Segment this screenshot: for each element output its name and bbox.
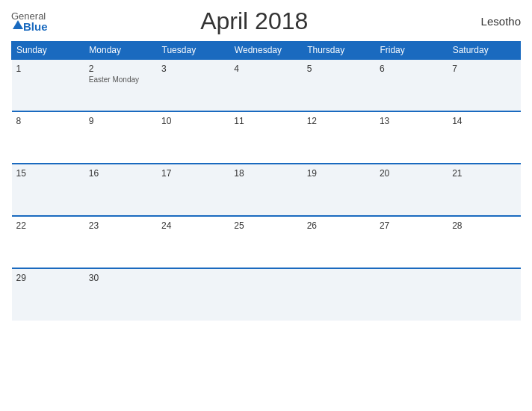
day-number: 1 xyxy=(16,64,80,74)
day-number: 24 xyxy=(161,220,225,231)
day-number: 29 xyxy=(16,273,80,283)
country-label: Lesotho xyxy=(461,15,521,28)
day-number: 25 xyxy=(234,220,297,231)
calendar-cell xyxy=(303,268,375,321)
day-number: 14 xyxy=(452,116,516,126)
calendar-cell: 17 xyxy=(157,164,229,216)
day-number: 20 xyxy=(380,168,443,179)
day-number: 12 xyxy=(307,116,371,126)
day-number: 22 xyxy=(16,220,80,231)
calendar-cell: 19 xyxy=(303,164,375,216)
calendar-title: April 2018 xyxy=(48,7,461,35)
calendar-cell xyxy=(375,268,448,321)
day-number: 2 xyxy=(89,64,152,74)
day-number: 9 xyxy=(89,116,152,126)
logo-general-text: General xyxy=(11,11,46,21)
calendar-cell: 16 xyxy=(84,164,157,216)
calendar-week-row: 12Easter Monday34567 xyxy=(12,59,521,111)
day-number: 10 xyxy=(161,116,225,126)
day-number: 7 xyxy=(452,64,516,74)
calendar-cell: 2Easter Monday xyxy=(84,59,157,111)
calendar-cell: 21 xyxy=(448,164,520,216)
day-number: 26 xyxy=(307,220,371,231)
day-number: 28 xyxy=(452,220,516,231)
day-number: 8 xyxy=(16,116,80,126)
calendar-cell: 23 xyxy=(84,216,157,268)
calendar-cell: 4 xyxy=(229,59,302,111)
day-number: 30 xyxy=(89,273,152,283)
calendar-cell xyxy=(157,268,229,321)
calendar-cell: 8 xyxy=(12,111,84,164)
calendar-cell: 25 xyxy=(229,216,302,268)
day-number: 13 xyxy=(380,116,443,126)
day-number: 3 xyxy=(161,64,225,74)
day-number: 5 xyxy=(307,64,371,74)
logo-triangle-icon xyxy=(13,20,23,29)
calendar-cell: 28 xyxy=(448,216,520,268)
calendar-week-row: 22232425262728 xyxy=(12,216,521,268)
calendar-header-row: Sunday Monday Tuesday Wednesday Thursday… xyxy=(12,42,521,60)
day-number: 6 xyxy=(380,64,443,74)
header-tuesday: Tuesday xyxy=(157,42,229,60)
calendar-week-row: 15161718192021 xyxy=(12,164,521,216)
calendar-cell: 27 xyxy=(375,216,448,268)
day-number: 18 xyxy=(234,168,297,179)
calendar-cell: 18 xyxy=(229,164,302,216)
page: General Blue April 2018 Lesotho Sunday M… xyxy=(0,0,532,411)
calendar-cell: 7 xyxy=(448,59,520,111)
day-number: 11 xyxy=(234,116,297,126)
day-number: 17 xyxy=(161,168,225,179)
calendar-table: Sunday Monday Tuesday Wednesday Thursday… xyxy=(11,41,521,321)
calendar-week-row: 2930 xyxy=(12,268,521,321)
calendar-cell xyxy=(229,268,302,321)
calendar-cell: 3 xyxy=(157,59,229,111)
day-number: 15 xyxy=(16,168,80,179)
header-friday: Friday xyxy=(375,42,448,60)
calendar-cell: 12 xyxy=(303,111,375,164)
calendar-cell: 15 xyxy=(12,164,84,216)
calendar-cell: 30 xyxy=(84,268,157,321)
day-number: 21 xyxy=(452,168,516,179)
calendar-cell: 22 xyxy=(12,216,84,268)
logo: General Blue xyxy=(11,11,48,32)
header-saturday: Saturday xyxy=(448,42,520,60)
logo-blue-text: Blue xyxy=(11,21,48,32)
calendar-cell: 20 xyxy=(375,164,448,216)
calendar-cell: 1 xyxy=(12,59,84,111)
holiday-label: Easter Monday xyxy=(89,75,152,84)
day-number: 23 xyxy=(89,220,152,231)
calendar-cell: 29 xyxy=(12,268,84,321)
calendar-cell: 5 xyxy=(303,59,375,111)
calendar-cell: 14 xyxy=(448,111,520,164)
calendar-cell: 10 xyxy=(157,111,229,164)
calendar-cell: 24 xyxy=(157,216,229,268)
day-number: 4 xyxy=(234,64,297,74)
header-monday: Monday xyxy=(84,42,157,60)
calendar-cell: 13 xyxy=(375,111,448,164)
day-number: 16 xyxy=(89,168,152,179)
calendar-cell: 26 xyxy=(303,216,375,268)
header: General Blue April 2018 Lesotho xyxy=(11,7,521,35)
day-number: 27 xyxy=(380,220,443,231)
calendar-cell: 6 xyxy=(375,59,448,111)
calendar-cell xyxy=(448,268,520,321)
day-number: 19 xyxy=(307,168,371,179)
calendar-cell: 9 xyxy=(84,111,157,164)
calendar-cell: 11 xyxy=(229,111,302,164)
header-wednesday: Wednesday xyxy=(229,42,302,60)
header-sunday: Sunday xyxy=(12,42,84,60)
header-thursday: Thursday xyxy=(303,42,375,60)
calendar-week-row: 891011121314 xyxy=(12,111,521,164)
